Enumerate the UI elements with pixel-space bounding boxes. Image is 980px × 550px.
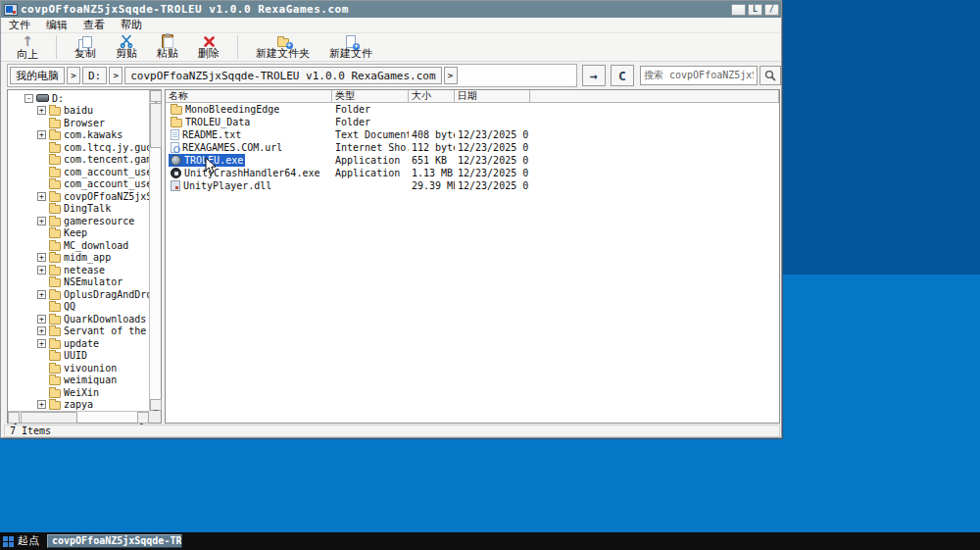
tree-expander-icon[interactable]: +: [37, 339, 46, 348]
scroll-right-icon[interactable]: [137, 412, 149, 424]
tree-expander-icon[interactable]: +: [37, 326, 46, 335]
chevron-right-icon[interactable]: >: [444, 67, 458, 84]
search-input[interactable]: [640, 66, 758, 85]
breadcrumb-drive-d[interactable]: D:: [82, 67, 107, 84]
scroll-left-icon[interactable]: [8, 412, 20, 424]
folder-icon: [49, 376, 61, 385]
tree-item-label: QuarkDownloads: [64, 314, 146, 325]
tree-item[interactable]: WeiXin: [8, 386, 149, 399]
go-button[interactable]: →: [582, 65, 606, 86]
scroll-down-icon[interactable]: [150, 399, 162, 411]
tree-item[interactable]: +gameresource: [8, 215, 149, 227]
folder-icon: [49, 107, 61, 116]
file-row[interactable]: README.txt Text Document 408 bytes 12/23…: [166, 128, 779, 141]
new-file-button[interactable]: 新建文件: [319, 33, 382, 61]
tree-item-label: baidu: [64, 105, 93, 116]
tree-expander-icon[interactable]: +: [37, 192, 46, 201]
tree-item[interactable]: MC_download: [8, 239, 149, 252]
start-label: 起点: [18, 532, 39, 550]
paste-button[interactable]: 粘贴: [147, 33, 188, 61]
chevron-right-icon[interactable]: >: [67, 67, 80, 84]
tree-item-label: com_account_userce: [64, 167, 149, 177]
tree-item[interactable]: Browser: [8, 117, 149, 129]
tree-item[interactable]: QQ: [8, 301, 149, 314]
tree-expander-icon[interactable]: +: [37, 106, 46, 115]
tree-vertical-scrollbar[interactable]: [149, 90, 161, 411]
tree-item[interactable]: UUID: [8, 350, 149, 363]
tree-item[interactable]: DingTalk: [8, 203, 149, 216]
tree-item[interactable]: +midm_app: [8, 252, 149, 265]
tree-item[interactable]: +update: [8, 337, 149, 350]
tree-expander-icon[interactable]: +: [37, 217, 46, 225]
column-header-name[interactable]: 名称: [166, 90, 332, 103]
column-header-date[interactable]: 日期: [455, 90, 530, 103]
folder-icon: [49, 120, 61, 128]
chevron-right-icon[interactable]: >: [109, 67, 122, 84]
search-button[interactable]: [760, 66, 781, 85]
delete-button[interactable]: 删除: [188, 33, 229, 61]
file-row[interactable]: REXAGAMES.COM.url Internet Sho... 112 by…: [166, 141, 779, 154]
tree-item[interactable]: +baidu: [8, 105, 149, 118]
tree-item-label: weimiquan: [64, 375, 117, 385]
menu-view[interactable]: 查看: [83, 18, 105, 32]
menu-file[interactable]: 文件: [9, 18, 30, 32]
cut-button[interactable]: 剪贴: [106, 33, 147, 61]
minimize-button[interactable]: [731, 4, 746, 16]
tree-expander-icon[interactable]: +: [37, 315, 46, 324]
menu-edit[interactable]: 编辑: [46, 18, 68, 32]
scrollbar-thumb[interactable]: [21, 412, 77, 424]
file-row[interactable]: MonoBleedingEdge Folder: [166, 103, 779, 116]
tree-expander-icon[interactable]: -: [24, 94, 33, 103]
new-folder-button[interactable]: 新建文件夹: [246, 33, 319, 61]
file-list-header: 名称 类型 大小 日期: [166, 90, 779, 103]
tree-expander-icon[interactable]: +: [37, 253, 46, 262]
file-row[interactable]: TROLEU_Data Folder: [166, 116, 779, 128]
start-button[interactable]: 起点: [0, 532, 45, 550]
folder-icon: [49, 327, 61, 336]
file-row-selected[interactable]: TROLEU.exe Application 651 KB 12/23/2025…: [166, 154, 779, 167]
tree-item[interactable]: +zapya: [8, 399, 149, 412]
tree-item[interactable]: com.tencent.game: [8, 154, 149, 167]
tree-expander-icon[interactable]: +: [37, 290, 46, 299]
breadcrumb-my-computer[interactable]: 我的电脑: [10, 67, 65, 84]
close-button[interactable]: /: [764, 4, 779, 16]
folder-icon: [49, 365, 61, 374]
tree-horizontal-scrollbar[interactable]: [8, 411, 149, 423]
tree-item[interactable]: +com.kawaks: [8, 129, 149, 142]
file-row[interactable]: UnityPlayer.dll 29.39 MB 12/23/2025 0...: [166, 179, 779, 192]
cut-button-label: 剪贴: [116, 48, 137, 60]
tree-item[interactable]: weimiquan: [8, 375, 149, 387]
tree-item[interactable]: com_account_userce: [8, 178, 149, 191]
scroll-up-icon[interactable]: [150, 90, 162, 102]
tree-item[interactable]: com.ltcq.jy.guopan: [8, 141, 149, 154]
menu-help[interactable]: 帮助: [121, 18, 142, 32]
tree-item-drive-d[interactable]: -D:: [8, 92, 149, 105]
tree-item[interactable]: com_account_userce: [8, 166, 149, 178]
up-button[interactable]: ↑ 向上: [7, 33, 48, 61]
tree-item[interactable]: +Servant of the Lak: [8, 325, 149, 338]
tree-item[interactable]: +OplusDragAndDrop: [8, 288, 149, 301]
tree-item[interactable]: +QuarkDownloads: [8, 313, 149, 325]
folder-icon: [49, 389, 61, 398]
column-header-type[interactable]: 类型: [332, 90, 409, 103]
refresh-button[interactable]: C: [611, 65, 634, 86]
scrollbar-thumb[interactable]: [150, 103, 162, 148]
tree-expander-icon[interactable]: +: [37, 400, 46, 409]
tree-item[interactable]: Keep: [8, 227, 149, 240]
tree-expander-icon[interactable]: +: [37, 266, 46, 275]
toolbar-separator: [237, 35, 238, 59]
tree-expander-icon[interactable]: +: [37, 130, 46, 139]
tree-item[interactable]: vivounion: [8, 362, 149, 375]
tree-item[interactable]: NSEmulator: [8, 276, 149, 289]
taskbar-task-button[interactable]: covpOFfoaNZ5jxSqqde-TR...: [47, 534, 182, 548]
tree-item[interactable]: +covpOFfoaNZ5jxSqqd: [8, 190, 149, 203]
toolbar-separator: [56, 35, 57, 59]
paste-button-label: 粘贴: [157, 48, 178, 60]
file-row[interactable]: UnityCrashHandler64.exe Application 1.13…: [166, 167, 779, 179]
breadcrumb-current-folder[interactable]: covpOFfoaNZ5jxSqqde-TROLEU v1.0.0 RexaGa…: [124, 67, 441, 84]
tree-item[interactable]: +netease: [8, 264, 149, 276]
maximize-button[interactable]: L: [748, 4, 762, 16]
title-bar[interactable]: covpOFfoaNZ5jxSqqde-TROLEU v1.0.0 RexaGa…: [1, 1, 781, 18]
column-header-size[interactable]: 大小: [409, 90, 455, 103]
copy-button[interactable]: 复制: [65, 33, 106, 61]
